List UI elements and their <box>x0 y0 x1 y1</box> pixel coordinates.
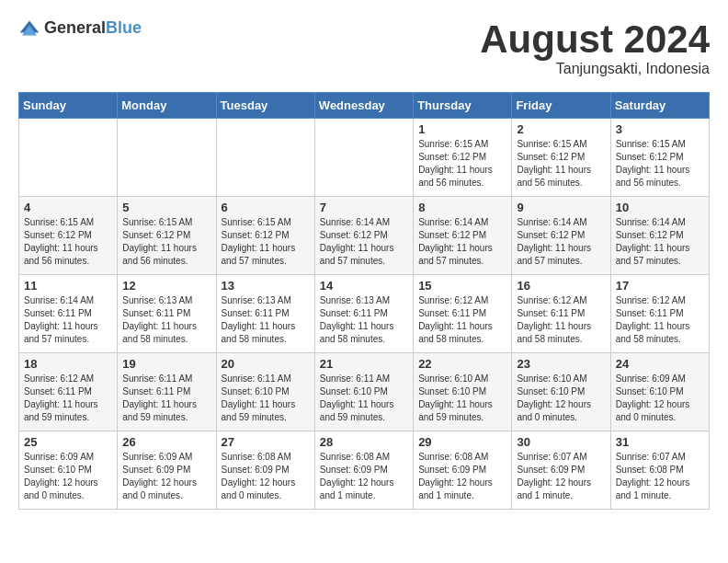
day-number: 17 <box>616 279 704 293</box>
day-info: Sunrise: 6:11 AM Sunset: 6:11 PM Dayligh… <box>122 373 210 424</box>
calendar-cell: 29Sunrise: 6:08 AM Sunset: 6:09 PM Dayli… <box>414 431 512 510</box>
calendar-week-row: 25Sunrise: 6:09 AM Sunset: 6:10 PM Dayli… <box>19 431 710 510</box>
day-info: Sunrise: 6:15 AM Sunset: 6:12 PM Dayligh… <box>517 138 605 190</box>
calendar-cell: 11Sunrise: 6:14 AM Sunset: 6:11 PM Dayli… <box>19 275 118 353</box>
day-number: 1 <box>418 122 506 136</box>
calendar-cell <box>216 119 314 197</box>
calendar-cell: 9Sunrise: 6:14 AM Sunset: 6:12 PM Daylig… <box>512 197 610 275</box>
day-info: Sunrise: 6:08 AM Sunset: 6:09 PM Dayligh… <box>418 451 506 502</box>
calendar-cell: 4Sunrise: 6:15 AM Sunset: 6:12 PM Daylig… <box>19 197 118 275</box>
day-number: 8 <box>418 201 506 214</box>
day-number: 15 <box>418 279 506 293</box>
calendar-week-row: 11Sunrise: 6:14 AM Sunset: 6:11 PM Dayli… <box>19 275 710 353</box>
calendar-cell: 8Sunrise: 6:14 AM Sunset: 6:12 PM Daylig… <box>414 197 512 275</box>
day-info: Sunrise: 6:14 AM Sunset: 6:11 PM Dayligh… <box>24 294 112 346</box>
day-info: Sunrise: 6:08 AM Sunset: 6:09 PM Dayligh… <box>222 451 310 502</box>
day-number: 29 <box>418 435 506 449</box>
day-info: Sunrise: 6:14 AM Sunset: 6:12 PM Dayligh… <box>616 216 704 268</box>
calendar-cell: 28Sunrise: 6:08 AM Sunset: 6:09 PM Dayli… <box>314 431 413 510</box>
day-info: Sunrise: 6:13 AM Sunset: 6:11 PM Dayligh… <box>320 294 408 346</box>
day-number: 21 <box>320 357 408 371</box>
day-info: Sunrise: 6:15 AM Sunset: 6:12 PM Dayligh… <box>122 216 210 268</box>
day-of-week-header: Friday <box>512 93 610 119</box>
day-of-week-header: Sunday <box>19 93 118 119</box>
day-info: Sunrise: 6:12 AM Sunset: 6:11 PM Dayligh… <box>616 294 704 346</box>
calendar-cell <box>314 119 413 197</box>
day-number: 14 <box>320 279 408 293</box>
day-info: Sunrise: 6:15 AM Sunset: 6:12 PM Dayligh… <box>24 216 112 268</box>
calendar-week-row: 4Sunrise: 6:15 AM Sunset: 6:12 PM Daylig… <box>19 197 710 275</box>
day-number: 10 <box>616 201 704 214</box>
calendar-cell <box>19 119 118 197</box>
day-number: 27 <box>222 435 310 449</box>
day-number: 23 <box>517 357 605 371</box>
logo: GeneralBlue <box>18 18 142 38</box>
day-info: Sunrise: 6:14 AM Sunset: 6:12 PM Dayligh… <box>517 216 605 268</box>
day-info: Sunrise: 6:15 AM Sunset: 6:12 PM Dayligh… <box>616 138 704 190</box>
calendar-cell: 5Sunrise: 6:15 AM Sunset: 6:12 PM Daylig… <box>118 197 216 275</box>
day-info: Sunrise: 6:09 AM Sunset: 6:10 PM Dayligh… <box>616 373 704 424</box>
calendar-cell: 17Sunrise: 6:12 AM Sunset: 6:11 PM Dayli… <box>610 275 709 353</box>
day-number: 5 <box>122 201 210 214</box>
day-number: 2 <box>517 122 605 136</box>
day-number: 6 <box>222 201 310 214</box>
day-number: 22 <box>418 357 506 371</box>
calendar-cell: 30Sunrise: 6:07 AM Sunset: 6:09 PM Dayli… <box>512 431 610 510</box>
day-info: Sunrise: 6:07 AM Sunset: 6:09 PM Dayligh… <box>517 451 605 502</box>
day-number: 20 <box>222 357 310 371</box>
day-number: 9 <box>517 201 605 214</box>
day-number: 3 <box>616 122 704 136</box>
calendar-week-row: 18Sunrise: 6:12 AM Sunset: 6:11 PM Dayli… <box>19 353 710 431</box>
calendar-cell: 23Sunrise: 6:10 AM Sunset: 6:10 PM Dayli… <box>512 353 610 431</box>
day-info: Sunrise: 6:12 AM Sunset: 6:11 PM Dayligh… <box>517 294 605 346</box>
logo-icon <box>18 19 40 38</box>
day-number: 4 <box>24 201 112 214</box>
day-number: 12 <box>122 279 210 293</box>
day-number: 11 <box>24 279 112 293</box>
title-area: August 2024 Tanjungsakti, Indonesia <box>480 18 710 77</box>
day-number: 24 <box>616 357 704 371</box>
day-number: 16 <box>517 279 605 293</box>
day-number: 18 <box>24 357 112 371</box>
calendar-cell: 6Sunrise: 6:15 AM Sunset: 6:12 PM Daylig… <box>216 197 314 275</box>
calendar-table: SundayMondayTuesdayWednesdayThursdayFrid… <box>18 92 710 510</box>
day-info: Sunrise: 6:10 AM Sunset: 6:10 PM Dayligh… <box>418 373 506 424</box>
calendar-cell: 27Sunrise: 6:08 AM Sunset: 6:09 PM Dayli… <box>216 431 314 510</box>
day-info: Sunrise: 6:14 AM Sunset: 6:12 PM Dayligh… <box>418 216 506 268</box>
calendar-cell: 25Sunrise: 6:09 AM Sunset: 6:10 PM Dayli… <box>19 431 118 510</box>
calendar-cell: 19Sunrise: 6:11 AM Sunset: 6:11 PM Dayli… <box>118 353 216 431</box>
month-year: August 2024 <box>480 18 710 61</box>
calendar-cell: 16Sunrise: 6:12 AM Sunset: 6:11 PM Dayli… <box>512 275 610 353</box>
day-info: Sunrise: 6:11 AM Sunset: 6:10 PM Dayligh… <box>320 373 408 424</box>
day-number: 28 <box>320 435 408 449</box>
day-number: 19 <box>122 357 210 371</box>
calendar-week-row: 1Sunrise: 6:15 AM Sunset: 6:12 PM Daylig… <box>19 119 710 197</box>
day-number: 25 <box>24 435 112 449</box>
day-info: Sunrise: 6:15 AM Sunset: 6:12 PM Dayligh… <box>418 138 506 190</box>
day-info: Sunrise: 6:08 AM Sunset: 6:09 PM Dayligh… <box>320 451 408 502</box>
day-number: 13 <box>222 279 310 293</box>
logo-general: General <box>44 18 106 37</box>
calendar-cell <box>118 119 216 197</box>
day-info: Sunrise: 6:12 AM Sunset: 6:11 PM Dayligh… <box>418 294 506 346</box>
day-info: Sunrise: 6:14 AM Sunset: 6:12 PM Dayligh… <box>320 216 408 268</box>
day-of-week-header: Saturday <box>610 93 709 119</box>
calendar-cell: 15Sunrise: 6:12 AM Sunset: 6:11 PM Dayli… <box>414 275 512 353</box>
logo-blue: Blue <box>106 18 142 37</box>
calendar-cell: 31Sunrise: 6:07 AM Sunset: 6:08 PM Dayli… <box>610 431 709 510</box>
calendar-header-row: SundayMondayTuesdayWednesdayThursdayFrid… <box>19 93 710 119</box>
calendar-cell: 21Sunrise: 6:11 AM Sunset: 6:10 PM Dayli… <box>314 353 413 431</box>
day-of-week-header: Thursday <box>414 93 512 119</box>
day-number: 7 <box>320 201 408 214</box>
location: Tanjungsakti, Indonesia <box>480 61 710 77</box>
calendar-cell: 22Sunrise: 6:10 AM Sunset: 6:10 PM Dayli… <box>414 353 512 431</box>
calendar-cell: 7Sunrise: 6:14 AM Sunset: 6:12 PM Daylig… <box>314 197 413 275</box>
calendar-cell: 14Sunrise: 6:13 AM Sunset: 6:11 PM Dayli… <box>314 275 413 353</box>
calendar-cell: 1Sunrise: 6:15 AM Sunset: 6:12 PM Daylig… <box>414 119 512 197</box>
day-info: Sunrise: 6:09 AM Sunset: 6:10 PM Dayligh… <box>24 451 112 502</box>
day-info: Sunrise: 6:13 AM Sunset: 6:11 PM Dayligh… <box>122 294 210 346</box>
day-of-week-header: Monday <box>118 93 216 119</box>
day-info: Sunrise: 6:12 AM Sunset: 6:11 PM Dayligh… <box>24 373 112 424</box>
day-info: Sunrise: 6:10 AM Sunset: 6:10 PM Dayligh… <box>517 373 605 424</box>
calendar-cell: 24Sunrise: 6:09 AM Sunset: 6:10 PM Dayli… <box>610 353 709 431</box>
